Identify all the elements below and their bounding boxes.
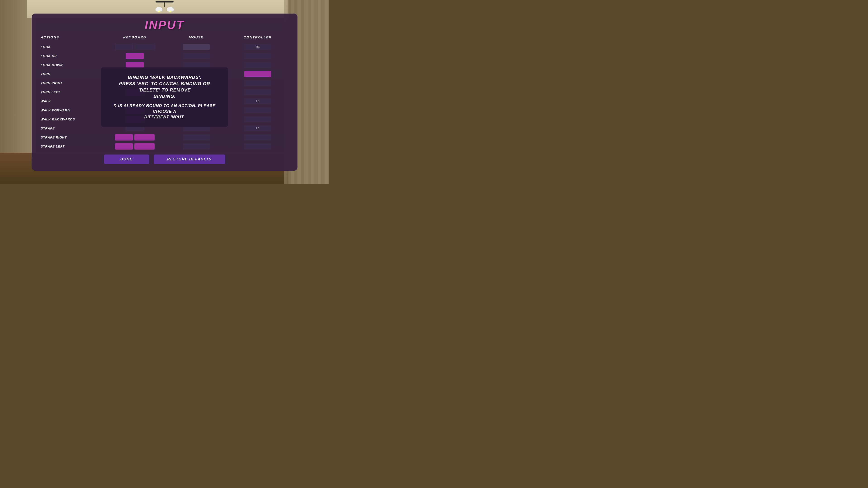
controller-box-ls2[interactable]: LS (244, 125, 271, 131)
mouse-box[interactable] (183, 53, 210, 59)
table-row: LOOK RS (41, 43, 288, 51)
col-header-controller: CONTROLLER (227, 35, 288, 39)
controller-binding-walk-forward[interactable] (227, 107, 288, 113)
controller-binding-turn-right[interactable] (227, 80, 288, 86)
keyboard-binding-look-up[interactable] (104, 53, 165, 59)
controller-binding-walk[interactable]: LS (227, 98, 288, 104)
col-header-keyboard: KEYBOARD (104, 35, 165, 39)
col-header-actions: ACTIONS (41, 35, 104, 39)
controller-box[interactable] (244, 53, 271, 59)
controller-box-pink[interactable] (244, 71, 271, 77)
action-label-look: LOOK (41, 45, 104, 49)
binding-dialog: BINDING 'WALK BACKWARDS'. PRESS 'ESC' TO… (101, 67, 228, 127)
lamp-shade-left (156, 7, 162, 12)
mouse-box[interactable] (183, 134, 210, 140)
mouse-binding-strafe-right[interactable] (165, 134, 227, 140)
overlay-error-text: D IS ALREADY BOUND TO AN ACTION. PLEASE … (113, 103, 217, 120)
controller-binding-look-up[interactable] (227, 53, 288, 59)
lamp-wire (164, 2, 165, 7)
table-row: STRAFE RIGHT (41, 133, 288, 141)
lamp-fixture (151, 1, 178, 12)
action-label-turn: TURN (41, 72, 104, 76)
column-headers: ACTIONS KEYBOARD MOUSE CONTROLLER (41, 35, 288, 41)
overlay-main-text: BINDING 'WALK BACKWARDS'. PRESS 'ESC' TO… (113, 74, 217, 99)
keyboard-binding-look[interactable] (104, 44, 165, 50)
action-label-walk-forward: WALK FORWARD (41, 108, 104, 112)
restore-defaults-button[interactable]: RESTORE DEFAULTS (154, 155, 225, 164)
controller-box[interactable] (244, 143, 271, 150)
keyboard-box-pink-1[interactable] (115, 143, 133, 150)
controller-box-rs[interactable]: RS (244, 44, 271, 50)
controller-binding-strafe-left[interactable] (227, 143, 288, 150)
mouse-binding-look[interactable] (165, 44, 227, 50)
controller-box[interactable] (244, 80, 271, 86)
controller-box[interactable] (244, 107, 271, 113)
action-label-strafe-left: STRAFE LEFT (41, 144, 104, 148)
controller-binding-strafe-right[interactable] (227, 134, 288, 140)
action-label-turn-left: TURN LEFT (41, 90, 104, 94)
panel-title: INPUT (41, 18, 288, 32)
keyboard-box-pink[interactable] (126, 53, 144, 59)
controller-box[interactable] (244, 62, 271, 68)
action-label-strafe: STRAFE (41, 127, 104, 130)
controller-box-ls[interactable]: LS (244, 98, 271, 104)
mouse-binding-strafe-left[interactable] (165, 143, 227, 150)
done-button[interactable]: DONE (104, 155, 149, 164)
mouse-binding-look-up[interactable] (165, 53, 227, 59)
keyboard-box-1[interactable] (115, 44, 133, 50)
input-settings-panel: INPUT ACTIONS KEYBOARD MOUSE CONTROLLER … (32, 13, 298, 171)
table-row: LOOK UP (41, 52, 288, 60)
mouse-box[interactable] (183, 44, 210, 50)
keyboard-box-pink-2[interactable] (134, 134, 155, 140)
controller-box[interactable] (244, 116, 271, 123)
keyboard-binding-strafe-left[interactable] (104, 143, 165, 150)
keyboard-binding-strafe-right[interactable] (104, 134, 165, 140)
keyboard-box-pink-2[interactable] (134, 143, 155, 150)
action-label-turn-right: TURN RIGHT (41, 81, 104, 85)
controller-binding-walk-backwards[interactable] (227, 116, 288, 123)
col-header-mouse: MOUSE (165, 35, 227, 39)
controller-binding-look[interactable]: RS (227, 44, 288, 50)
keyboard-box-pink-1[interactable] (115, 134, 133, 140)
action-label-strafe-right: STRAFE RIGHT (41, 135, 104, 139)
action-rows-container: LOOK RS LOOK UP (41, 43, 288, 151)
bottom-buttons: DONE RESTORE DEFAULTS (41, 155, 288, 164)
controller-binding-turn[interactable] (227, 71, 288, 77)
action-label-look-down: LOOK DOWN (41, 63, 104, 67)
action-label-walk: WALK (41, 99, 104, 103)
action-label-walk-backwards: WALK BACKWARDS (41, 118, 104, 121)
controller-binding-strafe[interactable]: LS (227, 125, 288, 131)
controller-box[interactable] (244, 134, 271, 140)
controller-binding-turn-left[interactable] (227, 89, 288, 95)
controller-box[interactable] (244, 89, 271, 95)
action-label-look-up: LOOK UP (41, 54, 104, 58)
lamp-shade-right (167, 7, 174, 12)
keyboard-box-2[interactable] (134, 44, 155, 50)
table-row: STRAFE LEFT (41, 142, 288, 150)
controller-binding-look-down[interactable] (227, 62, 288, 68)
mouse-box[interactable] (183, 143, 210, 150)
